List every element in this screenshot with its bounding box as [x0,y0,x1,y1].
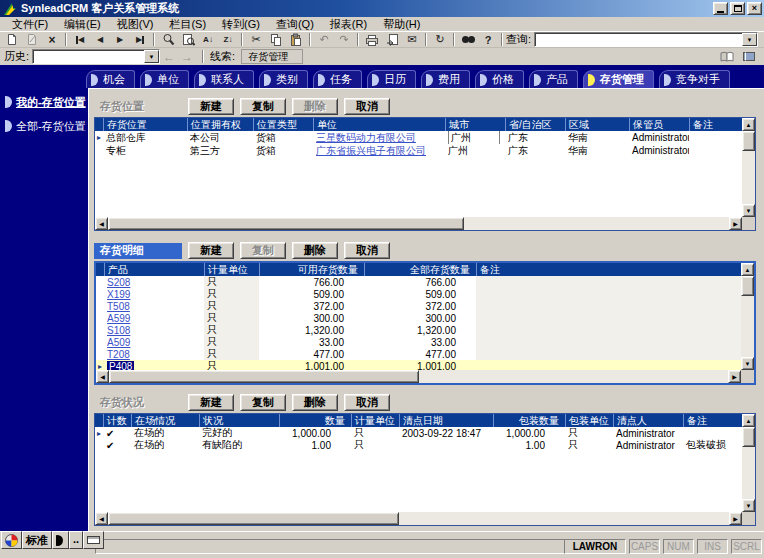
table-cell[interactable]: 只 [204,300,259,312]
table-cell[interactable]: T508 [104,300,204,312]
table-cell[interactable]: Administrator [629,144,689,157]
horizontal-scrollbar[interactable]: ◀ ▶ [95,217,742,230]
menu-edit[interactable]: 编辑(E) [56,17,109,32]
table-cell[interactable] [689,131,741,144]
table-cell[interactable] [476,300,741,312]
table-cell[interactable] [399,439,493,451]
table-cell[interactable]: A599 [104,312,204,324]
column-header[interactable]: 包装数量 [493,414,565,427]
details-cancel-button[interactable]: 取消 [344,242,390,259]
query-dropdown-button[interactable]: ▼ [742,33,757,46]
table-cell[interactable]: 300.00 [259,312,364,324]
column-header[interactable]: 清点日期 [399,414,493,427]
scroll-down-button[interactable]: ▼ [742,204,755,217]
column-header[interactable]: 计量单位 [204,263,259,276]
column-header[interactable]: 包装单位 [565,414,613,427]
details-delete-button[interactable]: 删除 [292,242,338,259]
table-cell[interactable]: 只 [204,324,259,336]
menu-help[interactable]: 帮助(H) [375,17,428,32]
table-cell[interactable]: 372.00 [364,300,476,312]
copy-button[interactable] [266,32,286,47]
column-header[interactable]: 位置拥有权 [187,118,253,131]
locations-delete-button[interactable]: 删除 [292,98,338,115]
table-cell[interactable]: 专柜 [103,144,187,157]
zoom-button[interactable] [158,32,178,47]
column-header[interactable]: 计量单位 [351,414,399,427]
send-button[interactable]: ✉ [402,32,422,47]
column-header[interactable]: 省/自治区 [505,118,565,131]
column-header[interactable]: 备注 [689,118,741,131]
table-cell[interactable]: 1,001.00 [364,360,476,370]
scroll-left-button[interactable]: ◀ [95,512,108,525]
tab-contacts[interactable]: 联系人 [194,70,254,88]
record-link[interactable]: T508 [107,301,130,312]
table-row[interactable]: ▸P408只1,001.001,001.00 [96,360,741,370]
tab-category[interactable]: 类别 [259,70,308,88]
menu-columns[interactable]: 栏目(S) [161,17,214,32]
table-cell[interactable]: 只 [204,360,259,370]
tab-calendar[interactable]: 日历 [367,70,416,88]
sort-descending-button[interactable]: Z↓ [218,32,238,47]
table-cell[interactable]: 509.00 [259,288,364,300]
table-cell[interactable] [476,348,741,360]
table-cell[interactable]: 总部仓库 [103,131,187,144]
card-view-button[interactable] [738,49,760,64]
table-cell[interactable] [476,288,741,300]
ime-punctuation-button[interactable]: ‥ [69,531,83,549]
table-row[interactable]: ▸总部仓库本公司货箱三星数码动力有限公司广州广东华南Administrator [95,131,742,144]
column-header[interactable]: 产品 [104,263,204,276]
ime-fullhalf-button[interactable] [52,531,69,549]
record-link[interactable]: S108 [107,325,130,336]
table-cell[interactable]: 1,000.00 [279,427,351,439]
sidebar-item-all-inventory-locations[interactable]: 全部-存货位置 [0,118,88,134]
sort-ascending-button[interactable]: A↓ [198,32,218,47]
table-cell[interactable]: 33.00 [259,336,364,348]
table-cell[interactable]: 1.00 [279,439,351,451]
horizontal-scrollbar[interactable]: ◀ ▶ [95,512,742,525]
table-cell[interactable]: ✔ [103,427,131,439]
print-button[interactable] [362,32,382,47]
menu-file[interactable]: 文件(F) [4,17,56,32]
cut-button[interactable]: ✂ [246,32,266,47]
table-cell[interactable]: 2003-09-22 18:47 [399,427,493,439]
ime-mode-button[interactable]: 标准 [22,531,52,549]
tab-tasks[interactable]: 任务 [313,70,362,88]
table-cell[interactable] [683,427,741,439]
table-cell[interactable]: P408 [104,360,204,370]
table-cell[interactable]: S108 [104,324,204,336]
record-link[interactable]: A509 [107,337,130,348]
table-cell[interactable] [476,324,741,336]
table-cell[interactable]: S208 [104,276,204,288]
table-cell[interactable]: X199 [104,288,204,300]
table-cell[interactable]: 货箱 [253,131,313,144]
scroll-up-button[interactable]: ▲ [741,263,754,276]
table-row[interactable]: T508只372.00372.00 [96,300,741,312]
tab-opportunity[interactable]: 机会 [86,70,135,88]
history-value[interactable] [33,50,144,63]
table-cell[interactable]: 1,000.00 [493,427,565,439]
table-cell[interactable] [476,276,741,288]
scroll-left-button[interactable]: ◀ [96,370,109,383]
table-cell[interactable]: 在场的 [131,439,199,451]
table-cell[interactable]: 广东 [505,131,565,144]
minimize-button[interactable] [713,2,728,15]
table-cell[interactable]: 本公司 [187,131,253,144]
record-link[interactable]: X199 [107,289,130,300]
table-cell[interactable]: 货箱 [253,144,313,157]
table-cell[interactable]: 只 [204,312,259,324]
scroll-down-button[interactable]: ▼ [741,357,754,370]
scrollbar-thumb[interactable] [109,370,419,383]
scrollbar-track[interactable] [399,512,729,525]
status-delete-button[interactable]: 删除 [292,394,338,411]
inline-edit-cell[interactable]: 广州 [448,131,500,144]
column-header[interactable]: 城市 [445,118,505,131]
details-new-button[interactable]: 新建 [188,242,234,259]
ime-softkeyboard-button[interactable] [83,531,104,549]
new-record-button[interactable] [2,32,22,47]
table-cell[interactable]: 只 [204,336,259,348]
table-row[interactable]: ✔在场的有缺陷的1.00只1.00只Administrator包装破损 [95,439,742,451]
vertical-scrollbar[interactable]: ▲ ▼ [742,118,755,217]
export-button[interactable] [382,32,402,47]
record-link[interactable]: A599 [107,313,130,324]
table-cell[interactable]: 只 [204,348,259,360]
